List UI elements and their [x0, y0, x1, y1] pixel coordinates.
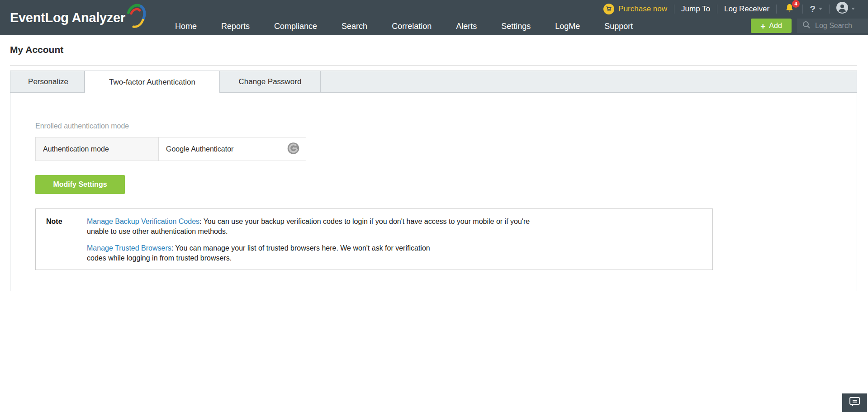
help-icon: ?: [810, 4, 816, 14]
log-search-label: Log Search: [815, 22, 852, 30]
add-button[interactable]: + Add: [751, 19, 792, 33]
notifications-button[interactable]: 4: [777, 3, 802, 15]
topbar: Purchase now Jump To Log Receiver 4: [597, 0, 862, 18]
tabbar: Personalize Two-factor Authentication Ch…: [10, 71, 857, 93]
chevron-down-icon: [819, 8, 822, 10]
log-receiver-button[interactable]: Log Receiver: [717, 5, 776, 14]
note-box: Note Manage Backup Verification Codes: Y…: [35, 208, 713, 270]
auth-mode-table: Authentication mode Google Authenticator: [35, 137, 306, 161]
nav-item-alerts[interactable]: Alerts: [444, 22, 489, 31]
manage-trusted-browsers-link[interactable]: Manage Trusted Browsers: [87, 244, 171, 252]
note-text: : You can manage your list of trusted br…: [171, 244, 430, 252]
chat-widget-button[interactable]: [842, 393, 867, 412]
nav-item-correlation[interactable]: Correlation: [379, 22, 444, 31]
nav-item-home[interactable]: Home: [163, 22, 209, 31]
tab-change-password[interactable]: Change Password: [220, 71, 321, 92]
nav-item-compliance[interactable]: Compliance: [262, 22, 329, 31]
nav-item-search[interactable]: Search: [329, 22, 379, 31]
help-menu-button[interactable]: ?: [803, 4, 829, 14]
cart-icon: [603, 4, 614, 14]
note-line: Manage Trusted Browsers: You can manage …: [87, 243, 703, 253]
modify-settings-button[interactable]: Modify Settings: [35, 175, 125, 194]
chevron-down-icon: [851, 8, 855, 10]
nav-item-settings[interactable]: Settings: [489, 22, 543, 31]
logo-swoosh-icon: [127, 3, 146, 31]
nav-item-support[interactable]: Support: [592, 22, 645, 31]
tab-two-factor-authentication[interactable]: Two-factor Authentication: [85, 71, 220, 93]
jump-to-label: Jump To: [681, 5, 710, 14]
note-text: : You can use your backup verification c…: [199, 218, 530, 225]
google-authenticator-icon: [287, 142, 299, 156]
divider: [10, 65, 857, 66]
app-logo[interactable]: EventLog Analyzer: [10, 5, 146, 31]
note-text: codes while logging in from trusted brow…: [87, 253, 703, 263]
main-nav: Home Reports Compliance Search Correlati…: [163, 18, 645, 35]
manage-backup-codes-link[interactable]: Manage Backup Verification Codes: [87, 218, 199, 225]
app-header: EventLog Analyzer: [0, 0, 868, 35]
note-item-trusted-browsers: Manage Trusted Browsers: You can manage …: [87, 243, 703, 263]
add-button-label: Add: [769, 22, 782, 30]
jump-to-button[interactable]: Jump To: [674, 5, 717, 14]
two-factor-content: Enrolled authentication mode Authenticat…: [10, 93, 857, 291]
note-texts: Manage Backup Verification Codes: You ca…: [87, 217, 703, 263]
log-search-button[interactable]: Log Search: [797, 19, 868, 33]
page-title: My Account: [10, 44, 868, 55]
note-item-backup-codes: Manage Backup Verification Codes: You ca…: [87, 217, 703, 237]
app-logo-text: EventLog Analyzer: [10, 10, 125, 25]
my-account-panel: Personalize Two-factor Authentication Ch…: [10, 71, 857, 291]
nav-item-logme[interactable]: LogMe: [543, 22, 592, 31]
nav-item-reports[interactable]: Reports: [209, 22, 262, 31]
auth-mode-row-value: Google Authenticator: [159, 137, 306, 161]
enrolled-mode-label: Enrolled authentication mode: [35, 122, 857, 130]
avatar-icon: [836, 2, 848, 16]
user-menu-button[interactable]: [830, 2, 862, 16]
plus-icon: +: [760, 22, 765, 30]
search-icon: [802, 21, 811, 31]
notification-badge: 4: [792, 0, 800, 8]
auth-mode-value-text: Google Authenticator: [166, 145, 233, 153]
note-label: Note: [46, 217, 87, 263]
auth-mode-row-label: Authentication mode: [36, 137, 159, 161]
purchase-now-button[interactable]: Purchase now: [597, 4, 674, 14]
note-text: unable to use other authentication metho…: [87, 227, 703, 237]
log-receiver-label: Log Receiver: [724, 5, 769, 14]
note-line: Manage Backup Verification Codes: You ca…: [87, 217, 703, 227]
purchase-now-label: Purchase now: [618, 5, 667, 14]
chat-icon: [849, 396, 861, 409]
tab-personalize[interactable]: Personalize: [12, 71, 85, 92]
app-window: EventLog Analyzer: [0, 0, 868, 412]
